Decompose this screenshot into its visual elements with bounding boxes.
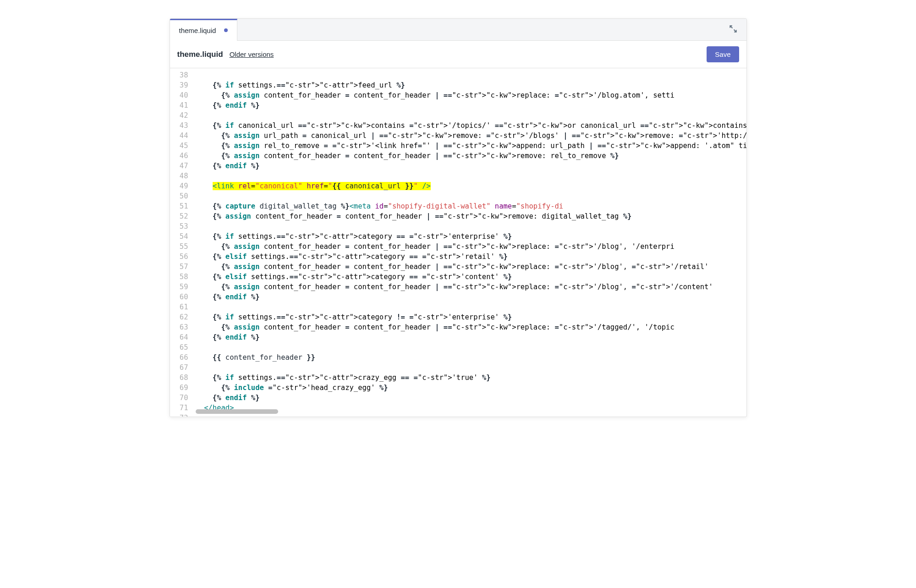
line-number: 44 bbox=[172, 131, 188, 141]
code-line[interactable]: {% endif %} bbox=[192, 100, 746, 110]
code-line[interactable]: {% if settings.=="c-str">"c-attr">crazy_… bbox=[192, 373, 746, 383]
code-line[interactable]: {% assign content_for_header = content_f… bbox=[192, 282, 746, 292]
line-number: 71 bbox=[172, 403, 188, 413]
code-line[interactable]: {% include ="c-str">'head_crazy_egg' %} bbox=[192, 383, 746, 393]
expand-editor-button[interactable] bbox=[720, 25, 746, 35]
line-number: 53 bbox=[172, 221, 188, 231]
code-line[interactable]: {% endif %} bbox=[192, 292, 746, 302]
line-number: 69 bbox=[172, 383, 188, 393]
line-number: 57 bbox=[172, 262, 188, 272]
code-line[interactable]: {% elsif settings.=="c-str">"c-attr">cat… bbox=[192, 252, 746, 262]
line-number: 52 bbox=[172, 211, 188, 221]
line-number: 50 bbox=[172, 191, 188, 201]
code-line[interactable]: {% capture digital_wallet_tag %}<meta id… bbox=[192, 201, 746, 211]
line-number: 62 bbox=[172, 312, 188, 322]
line-number: 43 bbox=[172, 121, 188, 131]
code-line[interactable] bbox=[192, 171, 746, 181]
file-title: theme.liquid bbox=[177, 50, 223, 59]
horizontal-scrollbar[interactable] bbox=[196, 409, 278, 414]
line-number: 51 bbox=[172, 201, 188, 211]
line-number: 58 bbox=[172, 272, 188, 282]
line-number: 39 bbox=[172, 80, 188, 90]
code-line[interactable]: {% if canonical_url =="c-str">"c-kw">con… bbox=[192, 121, 746, 131]
code-line[interactable] bbox=[192, 302, 746, 312]
code-editor: theme.liquid theme.liquid Older versions… bbox=[170, 18, 747, 417]
line-number: 45 bbox=[172, 141, 188, 151]
line-number: 65 bbox=[172, 342, 188, 352]
line-number: 67 bbox=[172, 363, 188, 373]
line-number: 41 bbox=[172, 100, 188, 110]
code-line[interactable]: {% assign rel_to_remove = ="c-str">'<lin… bbox=[192, 141, 746, 151]
file-tab[interactable]: theme.liquid bbox=[170, 19, 238, 41]
code-line[interactable]: {% assign url_path = canonical_url | =="… bbox=[192, 131, 746, 141]
line-number: 40 bbox=[172, 90, 188, 100]
code-line[interactable] bbox=[192, 342, 746, 352]
code-line[interactable]: {% assign content_for_header = content_f… bbox=[192, 322, 746, 332]
tab-filename: theme.liquid bbox=[179, 27, 216, 34]
line-number: 72 bbox=[172, 413, 188, 417]
save-button[interactable]: Save bbox=[707, 46, 739, 62]
line-number: 55 bbox=[172, 242, 188, 252]
file-header: theme.liquid Older versions Save bbox=[170, 41, 746, 68]
code-line[interactable]: {% assign content_for_header = content_f… bbox=[192, 90, 746, 100]
code-line[interactable]: {% if settings.=="c-str">"c-attr">catego… bbox=[192, 231, 746, 242]
line-number: 68 bbox=[172, 373, 188, 383]
line-number: 47 bbox=[172, 161, 188, 171]
code-line[interactable]: {% assign content_for_header = content_f… bbox=[192, 151, 746, 161]
code-line[interactable]: {% endif %} bbox=[192, 393, 746, 403]
line-number: 64 bbox=[172, 332, 188, 342]
code-line[interactable] bbox=[192, 363, 746, 373]
code-line[interactable]: {% assign content_for_header = content_f… bbox=[192, 242, 746, 252]
line-number: 70 bbox=[172, 393, 188, 403]
older-versions-link[interactable]: Older versions bbox=[230, 50, 274, 58]
code-content[interactable]: {% if settings.=="c-str">"c-attr">feed_u… bbox=[192, 68, 746, 417]
line-number: 38 bbox=[172, 70, 188, 80]
code-line[interactable] bbox=[192, 221, 746, 231]
code-line[interactable]: {% endif %} bbox=[192, 332, 746, 342]
tab-bar: theme.liquid bbox=[170, 19, 746, 41]
line-number: 56 bbox=[172, 252, 188, 262]
modified-indicator-icon bbox=[224, 28, 228, 32]
code-line[interactable]: <link rel="canonical" href="{{ canonical… bbox=[192, 181, 746, 191]
line-number: 59 bbox=[172, 282, 188, 292]
code-line[interactable]: {% elsif settings.=="c-str">"c-attr">cat… bbox=[192, 272, 746, 282]
line-number-gutter: 3839404142434445464748495051525354555657… bbox=[170, 68, 192, 417]
line-number: 66 bbox=[172, 352, 188, 363]
code-line[interactable]: {% if settings.=="c-str">"c-attr">catego… bbox=[192, 312, 746, 322]
code-line[interactable] bbox=[192, 110, 746, 121]
code-line[interactable]: {% endif %} bbox=[192, 161, 746, 171]
line-number: 48 bbox=[172, 171, 188, 181]
code-line[interactable]: {% assign content_for_header = content_f… bbox=[192, 211, 746, 221]
code-line[interactable]: {% if settings.=="c-str">"c-attr">feed_u… bbox=[192, 80, 746, 90]
line-number: 42 bbox=[172, 110, 188, 121]
line-number: 63 bbox=[172, 322, 188, 332]
code-line[interactable]: {% assign content_for_header = content_f… bbox=[192, 262, 746, 272]
line-number: 49 bbox=[172, 181, 188, 191]
code-line[interactable] bbox=[192, 70, 746, 80]
line-number: 54 bbox=[172, 231, 188, 242]
line-number: 46 bbox=[172, 151, 188, 161]
line-number: 60 bbox=[172, 292, 188, 302]
code-line[interactable]: {{ content_for_header }} bbox=[192, 352, 746, 363]
code-area[interactable]: 3839404142434445464748495051525354555657… bbox=[170, 68, 746, 417]
line-number: 61 bbox=[172, 302, 188, 312]
code-line[interactable] bbox=[192, 191, 746, 201]
